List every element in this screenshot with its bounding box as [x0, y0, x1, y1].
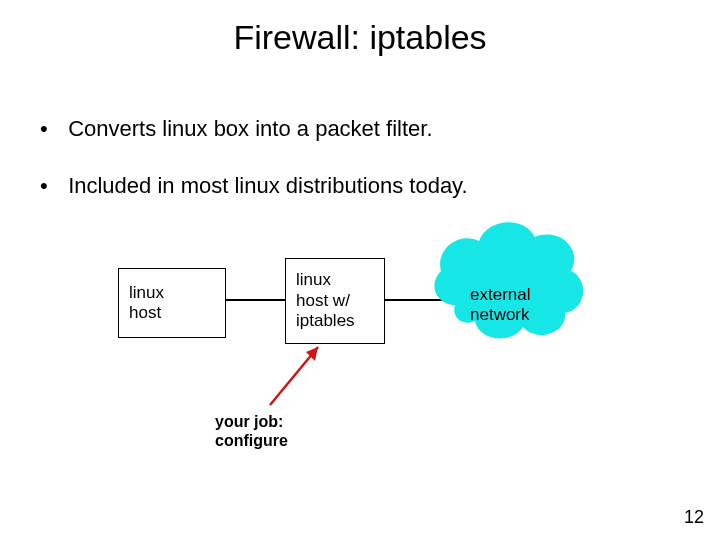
slide-title: Firewall: iptables [0, 18, 720, 57]
cloud-label-container: external network [470, 285, 530, 326]
arrow-line-icon [270, 347, 318, 405]
bullet-dot-icon: • [40, 172, 62, 201]
caption-your-job: your job: configure [215, 412, 288, 450]
caption-text: your job: configure [215, 413, 288, 449]
box-linux-host: linux host [118, 268, 226, 338]
bullet-1-text: Converts linux box into a packet filter. [68, 116, 432, 141]
slide-number: 12 [684, 507, 704, 528]
bullet-dot-icon: • [40, 115, 62, 144]
bullet-1: • Converts linux box into a packet filte… [40, 115, 433, 144]
box-linux-host-label: linux host [129, 283, 164, 324]
box-linux-host-iptables-label: linux host w/ iptables [296, 270, 355, 331]
bullet-2: • Included in most linux distributions t… [40, 172, 468, 201]
arrow-head-icon [306, 347, 318, 361]
cloud-label: external network [470, 285, 530, 324]
box-linux-host-iptables: linux host w/ iptables [285, 258, 385, 344]
bullet-2-text: Included in most linux distributions tod… [68, 173, 467, 198]
